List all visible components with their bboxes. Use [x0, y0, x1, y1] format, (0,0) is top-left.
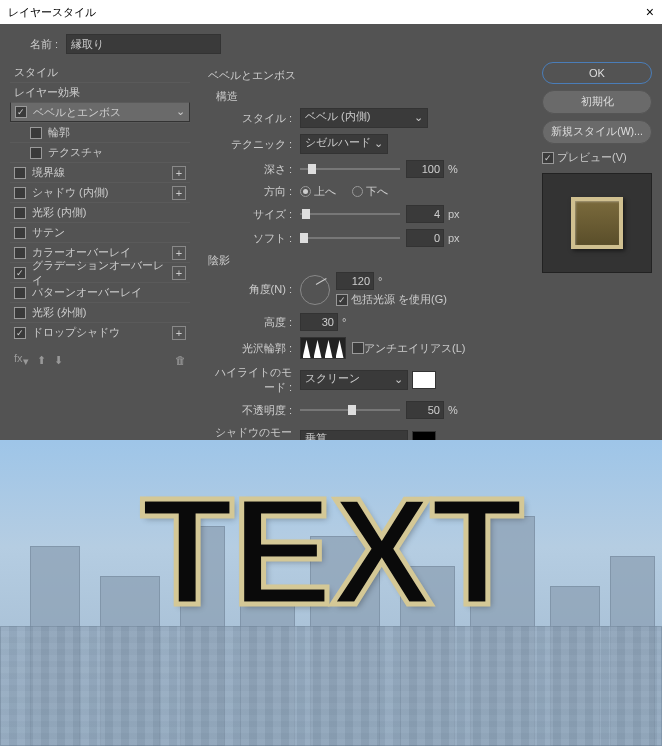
technique-select[interactable]: シゼルハード [300, 134, 388, 154]
dir-up-radio[interactable] [300, 186, 311, 197]
fx-icon[interactable]: fx▾ [14, 352, 29, 368]
dialog-title: レイヤースタイル [8, 5, 96, 20]
trash-icon[interactable]: 🗑 [175, 354, 186, 366]
label: 光彩 (外側) [32, 305, 186, 320]
item-pattern-overlay[interactable]: パターンオーバーレイ [10, 282, 190, 302]
item-layer-effects[interactable]: レイヤー効果 [10, 82, 190, 102]
label: 輪郭 [48, 125, 186, 140]
preview-label: プレビュー(V) [557, 151, 627, 163]
close-icon[interactable]: × [646, 4, 654, 20]
angle-dial[interactable] [300, 275, 330, 305]
soft-label: ソフト : [208, 231, 300, 246]
highlight-opacity-label: 不透明度 : [208, 403, 300, 418]
item-drop-shadow[interactable]: ドロップシャドウ+ [10, 322, 190, 342]
dir-down-radio[interactable] [352, 186, 363, 197]
up-icon[interactable]: ⬆ [37, 354, 46, 367]
down-label: 下へ [366, 184, 388, 199]
add-icon[interactable]: + [172, 326, 186, 340]
name-input[interactable] [66, 34, 221, 54]
highlight-opacity-input[interactable] [406, 401, 444, 419]
checkbox[interactable] [30, 147, 42, 159]
checkbox[interactable] [14, 327, 26, 339]
item-satin[interactable]: サテン [10, 222, 190, 242]
label: スタイル [14, 65, 186, 80]
item-gradient-overlay[interactable]: グラデーションオーバーレイ+ [10, 262, 190, 282]
section-shading: 陰影 [208, 253, 524, 268]
new-style-button[interactable]: 新規スタイル(W)... [542, 120, 652, 144]
deg-unit: ° [378, 275, 382, 287]
item-contour[interactable]: 輪郭 [10, 122, 190, 142]
label: ベベルとエンボス [33, 105, 185, 120]
technique-label: テクニック : [208, 137, 300, 152]
checkbox[interactable] [14, 267, 26, 279]
highlight-opacity-slider[interactable] [300, 403, 400, 417]
reset-button[interactable]: 初期化 [542, 90, 652, 114]
section-structure: 構造 [216, 89, 524, 104]
name-label: 名前 : [30, 37, 58, 52]
item-inner-shadow[interactable]: シャドウ (内側)+ [10, 182, 190, 202]
label: パターンオーバーレイ [32, 285, 186, 300]
item-stroke[interactable]: 境界線+ [10, 162, 190, 182]
label: レイヤー効果 [14, 85, 186, 100]
section-bevel: ベベルとエンボス [208, 68, 524, 83]
item-inner-glow[interactable]: 光彩 (内側) [10, 202, 190, 222]
preview-checkbox[interactable] [542, 152, 554, 164]
size-input[interactable] [406, 205, 444, 223]
highlight-mode-select[interactable]: スクリーン [300, 370, 408, 390]
checkbox[interactable] [14, 247, 26, 259]
style-select[interactable]: ベベル (内側) [300, 108, 428, 128]
px-unit: px [448, 208, 460, 220]
aa-label: アンチエイリアス(L) [364, 341, 465, 356]
soft-slider[interactable] [300, 231, 400, 245]
checkbox[interactable] [14, 227, 26, 239]
altitude-input[interactable] [300, 313, 338, 331]
add-icon[interactable]: + [172, 246, 186, 260]
highlight-mode-label: ハイライトのモード : [208, 365, 300, 395]
label: 光彩 (内側) [32, 205, 186, 220]
gloss-contour[interactable] [300, 337, 346, 359]
size-slider[interactable] [300, 207, 400, 221]
depth-input[interactable] [406, 160, 444, 178]
sample-text: TEXT [0, 464, 662, 639]
altitude-label: 高度 : [208, 315, 300, 330]
angle-label: 角度(N) : [208, 282, 300, 297]
checkbox[interactable] [14, 187, 26, 199]
add-icon[interactable]: + [172, 186, 186, 200]
highlight-color[interactable] [412, 371, 436, 389]
deg-unit: ° [342, 316, 346, 328]
label: 境界線 [32, 165, 166, 180]
ok-button[interactable]: OK [542, 62, 652, 84]
label: シャドウ (内側) [32, 185, 166, 200]
checkbox[interactable] [15, 106, 27, 118]
checkbox[interactable] [14, 307, 26, 319]
aa-checkbox[interactable] [352, 342, 364, 354]
depth-slider[interactable] [300, 162, 400, 176]
style-label: スタイル : [208, 111, 300, 126]
add-icon[interactable]: + [172, 266, 186, 280]
global-checkbox[interactable] [336, 294, 348, 306]
down-icon[interactable]: ⬇ [54, 354, 63, 367]
preview-swatch [571, 197, 623, 249]
label: ドロップシャドウ [32, 325, 166, 340]
label: テクスチャ [48, 145, 186, 160]
pct-unit: % [448, 163, 458, 175]
checkbox[interactable] [14, 287, 26, 299]
direction-label: 方向 : [208, 184, 300, 199]
add-icon[interactable]: + [172, 166, 186, 180]
px-unit: px [448, 232, 460, 244]
checkbox[interactable] [14, 207, 26, 219]
pct-unit: % [448, 404, 458, 416]
label: グラデーションオーバーレイ [32, 258, 166, 288]
item-bevel-emboss[interactable]: ベベルとエンボス [10, 102, 190, 122]
item-styles[interactable]: スタイル [10, 62, 190, 82]
gloss-label: 光沢輪郭 : [208, 341, 300, 356]
depth-label: 深さ : [208, 162, 300, 177]
angle-input[interactable] [336, 272, 374, 290]
item-texture[interactable]: テクスチャ [10, 142, 190, 162]
checkbox[interactable] [30, 127, 42, 139]
item-outer-glow[interactable]: 光彩 (外側) [10, 302, 190, 322]
checkbox[interactable] [14, 167, 26, 179]
up-label: 上へ [314, 184, 336, 199]
soft-input[interactable] [406, 229, 444, 247]
label: サテン [32, 225, 186, 240]
